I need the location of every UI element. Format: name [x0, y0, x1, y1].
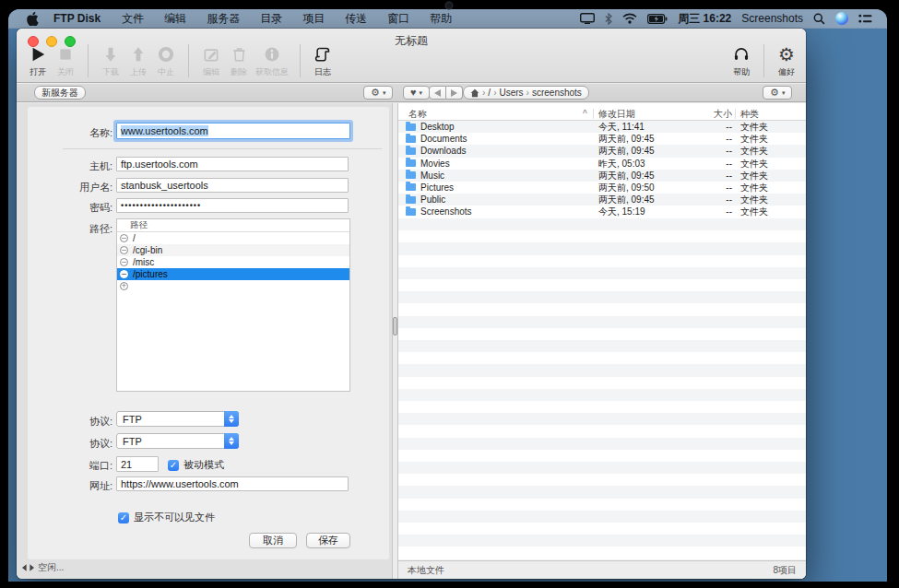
cancel-button[interactable]: 取消: [249, 533, 297, 548]
file-row[interactable]: Screenshots 今天, 15:19 -- 文件夹: [398, 206, 806, 218]
wifi-status-icon[interactable]: [622, 13, 637, 24]
arrow-up-icon: [130, 43, 147, 65]
add-path-icon[interactable]: +: [120, 282, 128, 290]
bluetooth-status-icon[interactable]: [605, 13, 612, 25]
menu-app-name[interactable]: FTP Disk: [52, 12, 112, 25]
remove-path-icon[interactable]: –: [120, 270, 128, 278]
toolbar-delete-button: 删除: [225, 43, 253, 78]
panel-splitter[interactable]: [392, 103, 398, 579]
show-invisible-checkbox[interactable]: ✓: [118, 512, 129, 523]
menu-screenshots-label[interactable]: Screenshots: [741, 12, 803, 25]
path-list[interactable]: 路径 – / – /cgi-bin – /misc: [116, 218, 350, 392]
breadcrumb-users[interactable]: Users: [499, 88, 523, 98]
camera-icon: [446, 3, 452, 8]
file-row[interactable]: Music 两天前, 09:45 -- 文件夹: [398, 170, 806, 182]
protocol2-select[interactable]: FTP: [116, 433, 239, 449]
apple-menu[interactable]: [8, 12, 52, 26]
forward-button[interactable]: [446, 86, 463, 100]
file-row[interactable]: Movies 昨天, 05:03 -- 文件夹: [398, 158, 806, 170]
trash-icon: [231, 43, 247, 65]
battery-status-icon[interactable]: [647, 14, 668, 24]
menu-file[interactable]: 文件: [112, 11, 154, 27]
toolbar-help-button[interactable]: 帮助: [727, 43, 755, 78]
siri-icon[interactable]: [835, 12, 848, 25]
right-action-menu-button[interactable]: ⚙ ▾: [763, 86, 792, 100]
url-label: 网址:: [28, 479, 112, 493]
spotlight-search-icon[interactable]: [813, 13, 825, 25]
path-row[interactable]: – /cgi-bin: [117, 244, 349, 256]
folder-icon: [406, 135, 416, 143]
menu-transfer[interactable]: 传送: [335, 11, 377, 27]
gear-icon: ⚙: [778, 43, 795, 65]
title-bar[interactable]: 无标题 打开 关闭 下载 上传: [17, 29, 806, 83]
column-divider[interactable]: [735, 109, 736, 119]
left-action-menu-button[interactable]: ⚙ ▾: [363, 86, 393, 100]
menu-help[interactable]: 帮助: [420, 11, 462, 27]
path-row[interactable]: – /: [117, 232, 349, 244]
path-label: 路径:: [28, 222, 112, 236]
host-label: 主机:: [28, 159, 112, 173]
new-server-button[interactable]: 新服务器: [34, 86, 86, 100]
folder-icon: [406, 196, 416, 204]
menu-directory[interactable]: 目录: [250, 11, 292, 27]
favorites-menu-button[interactable]: ♥ ▾: [403, 86, 430, 100]
remove-path-icon[interactable]: –: [120, 258, 128, 266]
item-count: 8项目: [773, 564, 797, 577]
name-input[interactable]: www.usertools.com: [116, 123, 350, 139]
remove-path-icon[interactable]: –: [120, 234, 128, 242]
back-button[interactable]: [429, 86, 446, 100]
file-list-header[interactable]: 名称 ^ 修改日期 大小 种类: [398, 108, 806, 121]
host-input[interactable]: ftp.usertools.com: [116, 157, 349, 171]
stop-ring-icon: [158, 43, 174, 65]
notification-center-icon[interactable]: [858, 14, 872, 24]
column-size[interactable]: 大小: [693, 108, 732, 120]
menu-edit[interactable]: 编辑: [154, 11, 196, 27]
url-input[interactable]: https://www.usertools.com: [116, 476, 349, 491]
remove-path-icon[interactable]: –: [120, 246, 128, 254]
username-input[interactable]: stanbusk_usertools: [116, 178, 349, 193]
toolbar-close-button: 关闭: [52, 43, 79, 78]
passive-mode-option[interactable]: ✓ 被动模式: [168, 458, 224, 472]
path-row[interactable]: – /misc: [117, 256, 349, 268]
menu-window[interactable]: 窗口: [377, 11, 420, 27]
file-row[interactable]: Desktop 今天, 11:41 -- 文件夹: [398, 121, 806, 133]
breadcrumb[interactable]: › / › Users › screenshots: [463, 86, 589, 100]
file-row[interactable]: Public 两天前, 09:45 -- 文件夹: [398, 194, 806, 206]
save-button[interactable]: 保存: [306, 533, 350, 548]
column-name[interactable]: 名称: [408, 108, 427, 120]
toolbar-open-button[interactable]: 打开: [24, 43, 52, 78]
display-status-icon[interactable]: [580, 13, 595, 24]
add-path-row[interactable]: +: [117, 280, 349, 292]
menu-clock[interactable]: 周三 16:22: [678, 11, 731, 27]
toolbar-prefs-button[interactable]: ⚙ 偏好: [773, 43, 800, 78]
menu-item[interactable]: 项目: [292, 11, 335, 27]
toolbar-log-button[interactable]: 日志: [309, 43, 337, 78]
file-row[interactable]: Pictures 两天前, 09:50 -- 文件夹: [398, 182, 806, 194]
splitter-grip-icon[interactable]: [393, 317, 397, 335]
toolbar: 打开 关闭 下载 上传 中止: [24, 43, 800, 82]
local-files-label: 本地文件: [408, 564, 444, 577]
path-row-selected[interactable]: – /pictures: [117, 268, 349, 280]
port-input[interactable]: 21: [116, 456, 159, 472]
column-kind[interactable]: 种类: [740, 108, 759, 120]
protocol1-select[interactable]: FTP: [116, 411, 239, 427]
protocol2-label: 协议:: [28, 437, 112, 451]
username-label: 用户名:: [28, 181, 112, 194]
toolbar-separator: [300, 44, 301, 77]
column-date[interactable]: 修改日期: [598, 108, 635, 120]
file-row[interactable]: Downloads 两天前, 09:45 -- 文件夹: [398, 145, 806, 157]
file-row[interactable]: Documents 两天前, 09:45 -- 文件夹: [398, 133, 806, 145]
toolbar-download-button: 下载: [97, 43, 124, 78]
app-window: 无标题 打开 关闭 下载 上传: [17, 29, 806, 579]
toolbar-getinfo-button: 获取信息: [253, 43, 291, 78]
menu-server[interactable]: 服务器: [196, 11, 250, 27]
passive-mode-checkbox[interactable]: ✓: [168, 460, 179, 471]
headset-icon: [733, 43, 750, 65]
path-list-header: 路径: [117, 219, 349, 232]
idle-status: 空闲...: [22, 561, 64, 574]
breadcrumb-current[interactable]: screenshots: [532, 88, 582, 98]
column-divider[interactable]: [593, 109, 594, 119]
show-invisible-option[interactable]: ✓ 显示不可以见文件: [118, 511, 215, 524]
protocol1-label: 协议:: [28, 415, 112, 429]
password-input[interactable]: •••••••••••••••••••••: [116, 198, 349, 213]
